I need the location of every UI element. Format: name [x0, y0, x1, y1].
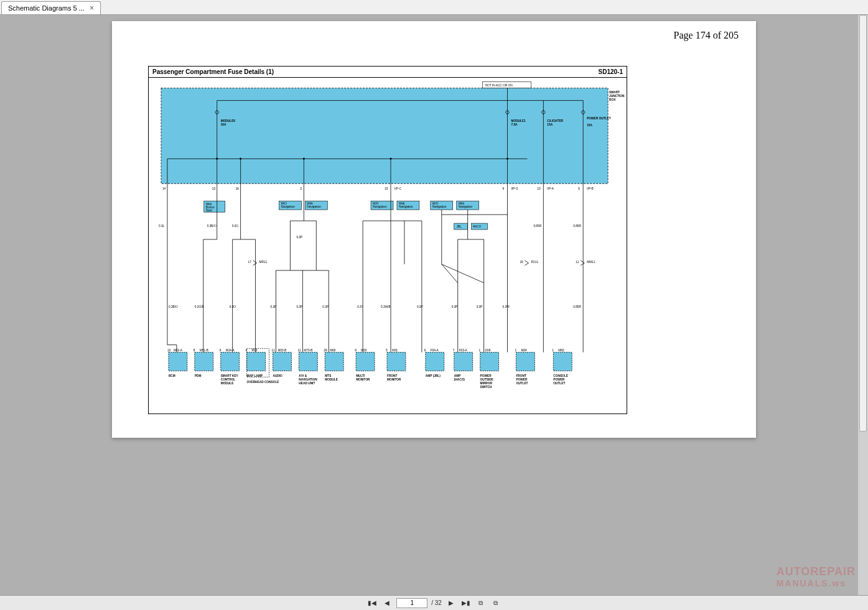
- svg-text:0.3W: 0.3W: [503, 305, 510, 308]
- svg-text:M30: M30: [361, 349, 367, 352]
- diagram-code: SD120-1: [599, 68, 623, 75]
- svg-text:0.3B/O: 0.3B/O: [207, 224, 217, 228]
- svg-text:7.5A: 7.5A: [511, 124, 518, 127]
- svg-text:0.3P: 0.3P: [270, 305, 276, 308]
- svg-rect-128: [169, 353, 187, 371]
- svg-text:0.3W/B: 0.3W/B: [381, 305, 391, 308]
- svg-rect-168: [454, 353, 473, 371]
- svg-text:POWER OUTLET: POWER OUTLET: [587, 117, 610, 120]
- svg-text:M02-A: M02-A: [174, 349, 183, 352]
- svg-text:FD11: FD11: [531, 261, 538, 264]
- svg-text:11: 11: [271, 349, 275, 352]
- svg-rect-152: [325, 353, 343, 371]
- svg-text:0.85R: 0.85R: [533, 224, 541, 228]
- svg-text:15A: 15A: [587, 124, 592, 127]
- svg-text:0.3P: 0.3P: [477, 305, 483, 308]
- svg-text:HACO: HACO: [473, 225, 482, 228]
- svg-text:0.3L: 0.3L: [159, 224, 165, 228]
- svg-text:0.3O: 0.3O: [232, 224, 239, 228]
- svg-text:1: 1: [479, 349, 481, 352]
- svg-text:15: 15: [385, 187, 388, 190]
- svg-rect-156: [356, 353, 375, 371]
- svg-point-28: [216, 158, 218, 160]
- svg-text:PDM: PDM: [195, 374, 202, 377]
- svg-text:I/P-B: I/P-B: [587, 187, 594, 190]
- svg-text:7: 7: [453, 349, 455, 352]
- svg-text:13: 13: [212, 187, 216, 190]
- svg-rect-180: [553, 353, 572, 371]
- svg-rect-148: [299, 353, 317, 371]
- svg-text:M51-B: M51-B: [200, 349, 208, 352]
- hot-state-label: HOT IN ACC OR ON: [485, 84, 513, 87]
- diagram-title: Passenger Compartment Fuse Details (1): [152, 68, 274, 75]
- page-total-label: / 32: [431, 599, 442, 606]
- close-icon[interactable]: ×: [90, 4, 94, 12]
- svg-text:I/P-G: I/P-G: [511, 187, 518, 190]
- svg-text:1: 1: [515, 349, 516, 352]
- document-tab[interactable]: Schematic Diagrams 5 ... ×: [1, 1, 101, 14]
- svg-text:8: 8: [194, 349, 195, 352]
- svg-text:MR11: MR11: [259, 261, 268, 264]
- svg-text:F04-A: F04-A: [431, 349, 439, 352]
- schematic-diagram: Passenger Compartment Fuse Details (1) S…: [148, 66, 627, 414]
- next-page-button[interactable]: ▶: [446, 598, 457, 609]
- svg-point-31: [390, 158, 391, 160]
- svg-text:0.3O/B: 0.3O/B: [195, 305, 204, 308]
- first-page-button[interactable]: ▮◀: [366, 598, 378, 609]
- svg-point-30: [303, 158, 305, 160]
- page-nav-bar: ▮◀ ◀ / 32 ▶ ▶▮ ⧉ ⧉: [0, 595, 868, 610]
- svg-text:POWEROUTSIDEMIRRORSWITCH: POWEROUTSIDEMIRRORSWITCH: [480, 374, 493, 389]
- svg-text:AMP (JBL): AMP (JBL): [426, 374, 441, 377]
- svg-text:MM11: MM11: [587, 261, 595, 264]
- wiring-svg: HOT IN ACC OR ON SMARTJUNCTIONBOX MODULE…: [149, 78, 627, 414]
- svg-rect-160: [387, 353, 406, 371]
- svg-text:MTSMODULE: MTSMODULE: [325, 374, 338, 381]
- view-mode-1-icon[interactable]: ⧉: [475, 598, 487, 609]
- svg-text:R03: R03: [252, 349, 258, 352]
- tab-bar: Schematic Diagrams 5 ... ×: [0, 0, 868, 15]
- svg-text:C/LIGHTER: C/LIGHTER: [547, 119, 563, 122]
- svg-rect-172: [480, 353, 499, 371]
- junction-box-label: SMARTJUNCTIONBOX: [609, 91, 625, 101]
- svg-text:MULTIMONITOR: MULTIMONITOR: [356, 374, 370, 381]
- svg-text:BCM: BCM: [169, 374, 175, 377]
- svg-rect-136: [221, 353, 240, 371]
- svg-text:19: 19: [520, 261, 523, 264]
- svg-text:6: 6: [424, 349, 426, 352]
- svg-text:11: 11: [576, 261, 579, 264]
- svg-text:0.3P: 0.3P: [452, 305, 458, 308]
- svg-text:I/P-A: I/P-A: [547, 187, 554, 190]
- last-page-button[interactable]: ▶▮: [460, 598, 472, 609]
- svg-rect-164: [426, 353, 444, 371]
- svg-text:I/P-C: I/P-C: [394, 187, 401, 190]
- scrollbar-thumb[interactable]: [859, 15, 867, 432]
- svg-text:0.3P: 0.3P: [296, 236, 302, 239]
- svg-text:9: 9: [355, 349, 357, 352]
- svg-text:M60: M60: [330, 349, 336, 352]
- svg-text:14: 14: [162, 187, 166, 190]
- svg-text:4: 4: [246, 349, 248, 352]
- svg-rect-176: [516, 353, 534, 371]
- svg-text:3: 3: [300, 187, 302, 190]
- svg-text:F03-A: F03-A: [459, 349, 468, 352]
- prev-page-button[interactable]: ◀: [381, 598, 393, 609]
- svg-text:AUDIO: AUDIO: [273, 374, 282, 377]
- tab-title: Schematic Diagrams 5 ...: [8, 4, 85, 12]
- page-input[interactable]: [396, 598, 427, 608]
- svg-text:A/V &NAVIGATIONHEAD UNIT: A/V &NAVIGATIONHEAD UNIT: [299, 374, 317, 385]
- view-mode-2-icon[interactable]: ⧉: [490, 598, 502, 609]
- watermark: AUTOREPAIR MANUALS.ws: [777, 565, 856, 588]
- svg-text:FRONTMONITOR: FRONTMONITOR: [387, 374, 401, 381]
- svg-text:FRONTPOWEROUTLET: FRONTPOWEROUTLET: [516, 374, 528, 385]
- svg-text:MODULE1: MODULE1: [511, 119, 526, 122]
- svg-text:JBL: JBL: [457, 225, 462, 228]
- svg-text:SMART KEYCONTROLMODULE: SMART KEYCONTROLMODULE: [221, 374, 239, 385]
- svg-text:15A: 15A: [547, 124, 553, 127]
- svg-text:0.85R: 0.85R: [573, 224, 581, 228]
- svg-text:11: 11: [297, 349, 301, 352]
- svg-text:16: 16: [236, 187, 240, 190]
- svg-text:9: 9: [503, 187, 505, 190]
- svg-text:CONSOLEPOWEROUTLET: CONSOLEPOWEROUTLET: [553, 374, 568, 385]
- scrollbar-vertical[interactable]: [858, 15, 868, 595]
- svg-text:29: 29: [324, 349, 327, 352]
